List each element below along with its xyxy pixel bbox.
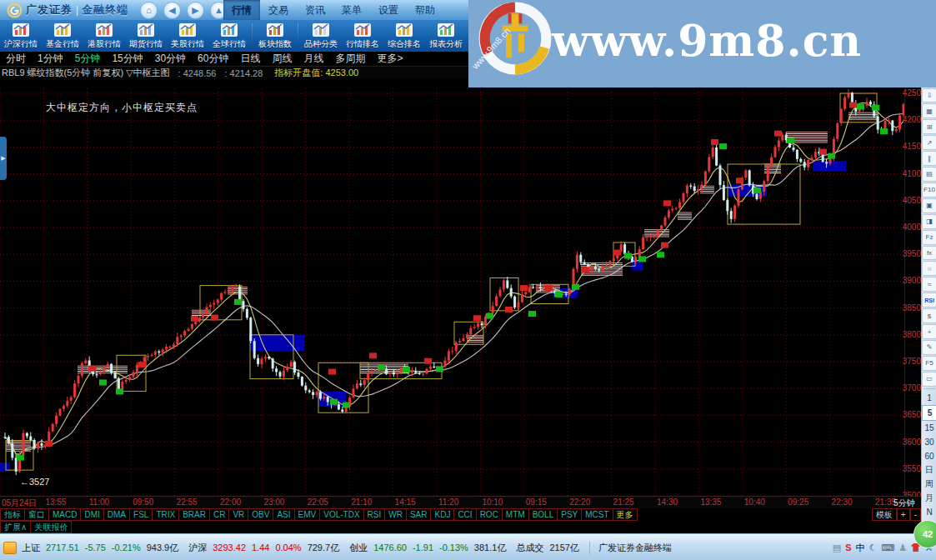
- period-tab-周线[interactable]: 周线: [266, 52, 298, 66]
- indicator-tab-ROC[interactable]: ROC: [477, 508, 503, 521]
- sidebar-period-周[interactable]: 周: [922, 478, 936, 492]
- toolbar-global-market[interactable]: 全球行情: [208, 21, 250, 51]
- sidebar-period-日[interactable]: 日: [922, 463, 936, 478]
- indicator-tab-DMI[interactable]: DMI: [81, 508, 103, 521]
- draw-icon[interactable]: ✎: [922, 340, 936, 355]
- indicator-tab-VOL-TDX[interactable]: VOL-TDX: [320, 508, 363, 521]
- indicator-tab-VR[interactable]: VR: [229, 508, 248, 521]
- rsi-icon[interactable]: RSI: [922, 292, 936, 308]
- menu-item-菜单[interactable]: 菜单: [333, 0, 370, 20]
- period-tab-5分钟[interactable]: 5分钟: [69, 52, 107, 66]
- template-button[interactable]: 模板: [872, 508, 897, 521]
- index-quote-创业[interactable]: 创业1476.60-1.91-0.13%381.1亿: [349, 542, 506, 554]
- status-launcher-icon[interactable]: [3, 542, 17, 554]
- sidebar-period-月[interactable]: 月: [922, 491, 936, 505]
- period-tab-1分钟[interactable]: 1分钟: [32, 52, 69, 66]
- money-icon[interactable]: $: [922, 308, 936, 323]
- home-button[interactable]: ⌂: [140, 2, 158, 19]
- indicator-tab-SAR[interactable]: SAR: [407, 508, 432, 521]
- indicator-tab-FSL[interactable]: FSL: [130, 508, 153, 521]
- indicator-tab-RSI[interactable]: RSI: [364, 508, 386, 521]
- sogou-icon[interactable]: S: [845, 542, 851, 552]
- toolbar-fund-market[interactable]: 基金行情: [42, 21, 83, 51]
- indicator-tab-WR[interactable]: WR: [385, 508, 407, 521]
- moon-icon[interactable]: ☾: [868, 542, 877, 553]
- toolbar-hk-market[interactable]: 港股行情: [83, 21, 125, 51]
- assistant-bubble[interactable]: 42: [913, 520, 936, 548]
- toolbar-hs-market[interactable]: 沪深行情: [0, 21, 42, 51]
- toolbar-report-analysis[interactable]: 报表分析: [425, 21, 467, 51]
- back-button[interactable]: ◀: [163, 2, 181, 19]
- wave-icon[interactable]: ≈: [922, 277, 936, 292]
- sidebar-period-1[interactable]: 1: [922, 391, 936, 405]
- indicator-tab-PSY[interactable]: PSY: [558, 508, 582, 521]
- forward-button[interactable]: ▶: [187, 2, 204, 19]
- sidebar-period-15[interactable]: 15: [922, 421, 936, 435]
- menu-item-设置[interactable]: 设置: [370, 0, 407, 20]
- toolbar-overall-rank[interactable]: 综合排名: [383, 21, 425, 51]
- f5-icon[interactable]: F5: [922, 356, 936, 371]
- sidebar-period-N[interactable]: N: [922, 505, 936, 519]
- period-tab-分时[interactable]: 分时: [0, 52, 32, 66]
- menu-item-行情[interactable]: 行情: [223, 0, 260, 20]
- ime-zh-icon[interactable]: 中: [855, 542, 864, 554]
- formula-icon[interactable]: fx: [922, 246, 936, 261]
- f10-icon[interactable]: F10: [922, 182, 936, 198]
- fz-icon[interactable]: Fz: [922, 230, 936, 245]
- chart-area[interactable]: 4271 →←3527 4250420041504100405040003950…: [0, 78, 921, 496]
- period-tab-多周期[interactable]: 多周期: [329, 52, 371, 66]
- toolbar-futures-market[interactable]: 期货行情: [125, 21, 167, 51]
- indicator-tab-DMA[interactable]: DMA: [104, 508, 130, 521]
- keyboard-icon[interactable]: ⌨: [881, 542, 894, 553]
- indicator-tab-指标[interactable]: 指标: [0, 508, 25, 521]
- left-panel-expander[interactable]: ▶: [0, 137, 7, 180]
- menu-item-帮助[interactable]: 帮助: [407, 0, 443, 20]
- multi-window-icon[interactable]: ▦: [922, 103, 936, 118]
- circle-icon[interactable]: ○: [922, 261, 936, 276]
- kline-icon[interactable]: ∥: [922, 151, 936, 166]
- toolbar-sector-index[interactable]: 板块指数: [254, 21, 296, 51]
- period-tab-月线[interactable]: 月线: [298, 52, 329, 66]
- indicator-tab-ASI[interactable]: ASI: [273, 508, 294, 521]
- period-tab-30分钟[interactable]: 30分钟: [149, 52, 192, 66]
- indicator-tab-MTM[interactable]: MTM: [503, 508, 529, 521]
- trend-line-icon[interactable]: ↗: [922, 135, 936, 150]
- indicator-tab-KDJ[interactable]: KDJ: [431, 508, 454, 521]
- bottom-tab-扩展[interactable]: 扩展∧: [0, 521, 31, 533]
- download-icon[interactable]: ⇩: [922, 88, 936, 103]
- zoom-in-button[interactable]: +: [897, 508, 910, 521]
- sidebar-period-5[interactable]: 5: [922, 405, 936, 421]
- menu-item-交易[interactable]: 交易: [260, 0, 297, 20]
- doc-tray-icon[interactable]: ▤: [833, 542, 841, 553]
- sidebar-period-30[interactable]: 30: [922, 435, 936, 449]
- period-tab-日线[interactable]: 日线: [234, 52, 266, 66]
- grid-view-icon[interactable]: ⊞: [922, 119, 936, 134]
- indicator-tab-OBV[interactable]: OBV: [248, 508, 273, 521]
- bottom-tab-关联报价[interactable]: 关联报价: [31, 521, 72, 533]
- period-tab-60分钟[interactable]: 60分钟: [192, 52, 234, 66]
- indicator-tab-MACD[interactable]: MACD: [49, 508, 81, 521]
- info-board-icon[interactable]: ▤: [922, 167, 936, 182]
- toolbar-quote-rank[interactable]: 行情排名: [342, 21, 383, 51]
- period-tab-15分钟[interactable]: 15分钟: [106, 52, 148, 66]
- indicator-tab-MCST[interactable]: MCST: [582, 508, 613, 521]
- sidebar-period-60[interactable]: 60: [922, 449, 936, 463]
- indicator-tab-CCI[interactable]: CCI: [454, 508, 476, 521]
- toolbar-category[interactable]: 品种分类: [300, 21, 342, 51]
- move-icon[interactable]: +: [922, 324, 936, 339]
- indicator-tab-EMV[interactable]: EMV: [295, 508, 321, 521]
- index-quote-上证[interactable]: 上证2717.51-5.75-0.21%943.9亿: [22, 542, 178, 554]
- period-tab-更多>[interactable]: 更多>: [371, 52, 408, 66]
- indicator-tab-BRAR[interactable]: BRAR: [179, 508, 210, 521]
- index-quote-沪深[interactable]: 沪深3293.421.440.04%729.7亿: [188, 542, 339, 554]
- indicator-tab-窗口[interactable]: 窗口: [25, 508, 49, 521]
- indicator-tab-CR[interactable]: CR: [210, 508, 229, 521]
- toolbar-us-market[interactable]: 美股行情: [167, 21, 208, 51]
- candlestick-plot[interactable]: 4271 →←3527: [0, 78, 904, 496]
- folder-icon[interactable]: ▣: [922, 198, 936, 213]
- indicator-tab-TRIX[interactable]: TRIX: [153, 508, 179, 521]
- menu-item-资讯[interactable]: 资讯: [297, 0, 333, 20]
- user-icon[interactable]: ♟: [898, 542, 907, 553]
- image-icon[interactable]: ▭: [922, 372, 936, 387]
- save-icon[interactable]: ◨: [922, 214, 936, 229]
